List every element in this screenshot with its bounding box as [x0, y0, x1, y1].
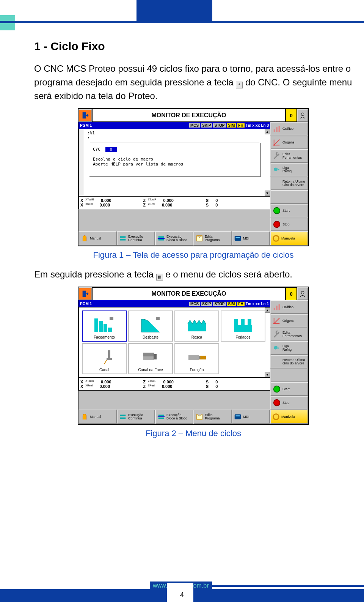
cyc-input[interactable]: 0 [105, 147, 117, 152]
page-header-decoration [0, 0, 364, 36]
forjados-icon [232, 316, 254, 334]
side-button-grafico[interactable]: Gráfico [270, 300, 308, 314]
svg-rect-43 [158, 415, 164, 416]
scroll-down-icon[interactable]: ▼ [265, 372, 270, 377]
svg-rect-2 [274, 129, 275, 132]
svg-rect-46 [236, 415, 240, 416]
side-button-edita-ferramentas[interactable]: EditaFerramentas [270, 328, 308, 341]
side-button-liga-refrig[interactable]: LigaRefrig [270, 341, 308, 355]
exec-bloco-icon [157, 413, 165, 421]
bottom-toolbar: ManualExecuçãoContínuaExecuçãoBloco a Bl… [78, 231, 308, 246]
side-button-origens[interactable]: Origens [270, 136, 308, 149]
svg-rect-4 [279, 126, 280, 132]
scroll-down-icon[interactable]: ▼ [265, 191, 270, 196]
mdi-icon [234, 234, 242, 243]
svg-rect-0 [83, 112, 86, 119]
status-bar: PGM 1 MCS SKIP STOP SIM FH Tm x:xx Ln 1 [78, 300, 270, 307]
svg-rect-15 [276, 235, 276, 237]
svg-rect-37 [279, 304, 280, 310]
scroll-up-icon[interactable]: ▲ [265, 307, 270, 313]
side-button-liga-refrig[interactable]: LigaRefrig [270, 163, 308, 177]
paragraph-1: O CNC MCS Proteo possui 49 ciclos fixo p… [34, 62, 353, 103]
svg-rect-27 [241, 319, 245, 325]
edita-programa-icon [195, 234, 204, 243]
cycle-button-furacao[interactable]: Furação [174, 343, 219, 374]
bottom-button-manual[interactable]: Manual [78, 231, 117, 246]
side-button-blank [270, 190, 308, 204]
right-toolbar: GráficoOrigensEditaFerramentasLigaRefrig… [270, 122, 308, 231]
manivela-icon [272, 234, 280, 243]
svg-rect-23 [156, 317, 160, 320]
cycle-button-desbaste[interactable]: Desbaste [128, 310, 173, 342]
program-editor[interactable]: ▲ ▼ :%1 : CYC 0 Escolha o ciclo de macro… [78, 129, 270, 196]
title-bar: MONITOR DE EXECUÇÃO [92, 109, 286, 122]
svg-point-1 [301, 113, 304, 116]
furacao-icon [185, 349, 208, 366]
bottom-button-edita-programa[interactable]: EditaPrograma [193, 231, 232, 246]
side-button-start[interactable]: Start [270, 204, 308, 217]
bottom-button-exec-continua[interactable]: ExecuçãoContínua [117, 231, 155, 246]
side-button-stop[interactable]: Stop [270, 396, 308, 410]
cycle-button-rosca[interactable]: Rosca [174, 310, 219, 342]
rosca-icon [185, 316, 208, 334]
cycle-button-canal[interactable]: Canal [82, 343, 127, 374]
edita-ferramentas-icon [273, 330, 281, 339]
svg-rect-35 [274, 308, 275, 310]
bottom-button-mdi[interactable]: MDI [232, 410, 270, 424]
svg-rect-16 [83, 291, 86, 297]
svg-rect-10 [158, 236, 164, 238]
side-button-edita-ferramentas[interactable]: EditaFerramentas [270, 149, 308, 163]
bottom-button-exec-bloco[interactable]: ExecuçãoBloco a Bloco [155, 231, 193, 246]
svg-rect-9 [120, 239, 126, 241]
svg-rect-44 [158, 418, 164, 419]
side-button-retoma[interactable]: Retoma UltimoGiro do arvore [270, 355, 308, 369]
scroll-up-icon[interactable]: ▲ [265, 129, 270, 134]
svg-rect-32 [143, 356, 154, 360]
bottom-button-manual[interactable]: Manual [78, 410, 117, 424]
section-heading: 1 - Ciclo Fixo [34, 40, 353, 53]
side-button-blank [270, 369, 308, 382]
cyc-dialog: CYC 0 Escolha o ciclo de macro Aperte HE… [89, 142, 260, 176]
side-button-start[interactable]: Start [270, 382, 308, 396]
svg-point-7 [274, 221, 280, 228]
cycle-button-canal-face[interactable]: Canal na Face [128, 343, 173, 374]
bottom-button-manivela[interactable]: Manivela [270, 410, 308, 424]
bottom-button-edita-programa[interactable]: EditaPrograma [193, 410, 232, 424]
side-button-grafico[interactable]: Gráfico [270, 122, 308, 136]
svg-rect-24 [188, 324, 206, 331]
exit-button[interactable] [78, 109, 92, 122]
svg-rect-25 [234, 325, 252, 332]
figure-caption-1: Figura 1 – Tela de acesso para programaç… [34, 250, 353, 260]
operator-icon [297, 109, 308, 122]
svg-point-6 [274, 208, 280, 214]
blank-icon [273, 193, 281, 201]
exec-continua-icon [119, 234, 127, 243]
faceamento-icon [93, 316, 116, 334]
cycle-button-faceamento[interactable]: Faceamento [82, 310, 127, 342]
svg-rect-13 [236, 237, 240, 238]
start-icon [273, 385, 281, 393]
cycle-button-forjados[interactable]: Forjados [221, 310, 265, 342]
svg-point-40 [274, 400, 280, 406]
title-bar: MONITOR DE EXECUÇÃO [92, 287, 286, 300]
cnc-screenshot-2: MONITOR DE EXECUÇÃO 0 PGM 1 MCS SKIP STO… [78, 287, 309, 425]
bottom-button-exec-continua[interactable]: ExecuçãoContínua [117, 410, 155, 424]
svg-rect-34 [188, 355, 199, 360]
side-button-retoma[interactable]: Retoma UltimoGiro do arvore [270, 177, 308, 190]
svg-rect-29 [108, 350, 110, 359]
side-button-stop[interactable]: Stop [270, 217, 308, 231]
stop-icon [273, 220, 281, 229]
side-button-origens[interactable]: Origens [270, 314, 308, 328]
page-footer-decoration: www.mcseng.com.br 4 [0, 575, 364, 602]
svg-rect-41 [120, 415, 126, 416]
bottom-button-manivela[interactable]: Manivela [270, 231, 308, 246]
retoma-icon [273, 179, 281, 188]
exit-button[interactable] [78, 287, 92, 300]
svg-rect-22 [110, 317, 113, 320]
blank-icon [273, 371, 281, 380]
bottom-button-exec-bloco[interactable]: ExecuçãoBloco a Bloco [155, 410, 193, 424]
bottom-button-mdi[interactable]: MDI [232, 231, 270, 246]
key-icon-help: ▦ [156, 274, 163, 281]
alarm-count: 0 [286, 109, 297, 122]
right-toolbar: GráficoOrigensEditaFerramentasLigaRefrig… [270, 300, 308, 410]
